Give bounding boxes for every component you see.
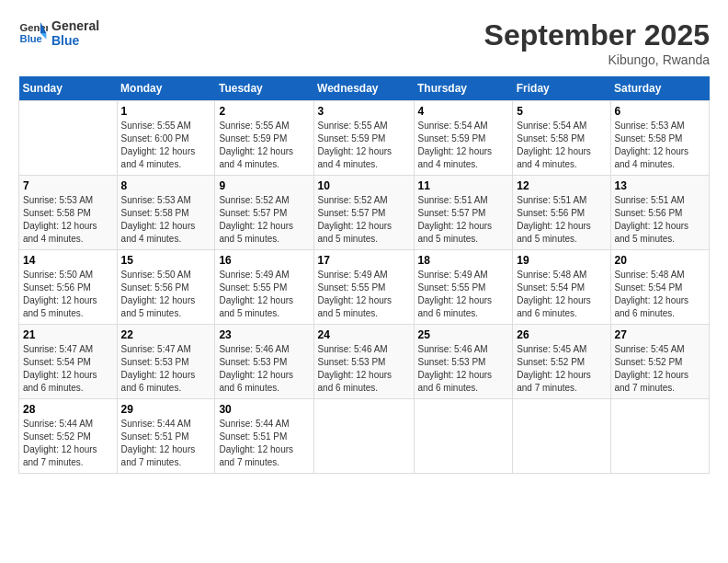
calendar-cell: 8Sunrise: 5:53 AM Sunset: 5:58 PM Daylig… — [117, 176, 215, 250]
month-title: September 2025 — [484, 18, 710, 52]
location: Kibungo, Rwanda — [484, 52, 710, 67]
calendar-cell: 25Sunrise: 5:46 AM Sunset: 5:53 PM Dayli… — [414, 325, 513, 399]
calendar-cell: 22Sunrise: 5:47 AM Sunset: 5:53 PM Dayli… — [117, 325, 215, 399]
day-info: Sunrise: 5:49 AM Sunset: 5:55 PM Dayligh… — [219, 269, 309, 320]
day-number: 8 — [121, 179, 211, 192]
calendar-cell: 10Sunrise: 5:52 AM Sunset: 5:57 PM Dayli… — [313, 176, 414, 250]
day-info: Sunrise: 5:48 AM Sunset: 5:54 PM Dayligh… — [517, 269, 606, 320]
calendar-cell: 30Sunrise: 5:44 AM Sunset: 5:51 PM Dayli… — [215, 399, 313, 474]
calendar-cell: 29Sunrise: 5:44 AM Sunset: 5:51 PM Dayli… — [117, 399, 215, 474]
day-info: Sunrise: 5:51 AM Sunset: 5:57 PM Dayligh… — [418, 194, 509, 246]
day-info: Sunrise: 5:53 AM Sunset: 5:58 PM Dayligh… — [615, 120, 706, 171]
day-number: 14 — [23, 254, 113, 267]
day-info: Sunrise: 5:46 AM Sunset: 5:53 PM Dayligh… — [219, 343, 309, 395]
day-header-tuesday: Tuesday — [215, 76, 313, 101]
day-info: Sunrise: 5:44 AM Sunset: 5:51 PM Dayligh… — [219, 418, 309, 469]
day-info: Sunrise: 5:55 AM Sunset: 5:59 PM Dayligh… — [219, 120, 309, 171]
calendar-cell: 7Sunrise: 5:53 AM Sunset: 5:58 PM Daylig… — [19, 176, 118, 250]
day-number: 11 — [418, 179, 509, 192]
header-row: SundayMondayTuesdayWednesdayThursdayFrid… — [19, 76, 710, 101]
day-info: Sunrise: 5:47 AM Sunset: 5:54 PM Dayligh… — [23, 343, 113, 395]
logo-line1: General — [51, 18, 99, 33]
calendar-week-3: 14Sunrise: 5:50 AM Sunset: 5:56 PM Dayli… — [19, 250, 710, 325]
day-number: 2 — [219, 105, 309, 118]
calendar-cell: 3Sunrise: 5:55 AM Sunset: 5:59 PM Daylig… — [313, 101, 414, 176]
calendar-cell: 20Sunrise: 5:48 AM Sunset: 5:54 PM Dayli… — [610, 250, 710, 325]
day-number: 22 — [121, 328, 211, 341]
calendar-week-2: 7Sunrise: 5:53 AM Sunset: 5:58 PM Daylig… — [19, 176, 710, 250]
day-header-monday: Monday — [117, 76, 215, 101]
calendar-cell: 13Sunrise: 5:51 AM Sunset: 5:56 PM Dayli… — [610, 176, 710, 250]
calendar-cell: 15Sunrise: 5:50 AM Sunset: 5:56 PM Dayli… — [117, 250, 215, 325]
day-number: 3 — [318, 105, 410, 118]
calendar-cell: 18Sunrise: 5:49 AM Sunset: 5:55 PM Dayli… — [414, 250, 513, 325]
day-info: Sunrise: 5:45 AM Sunset: 5:52 PM Dayligh… — [615, 343, 706, 395]
calendar-cell — [313, 399, 414, 474]
calendar-cell: 21Sunrise: 5:47 AM Sunset: 5:54 PM Dayli… — [19, 325, 118, 399]
day-number: 19 — [517, 254, 606, 267]
day-header-wednesday: Wednesday — [313, 76, 414, 101]
day-header-saturday: Saturday — [610, 76, 710, 101]
day-info: Sunrise: 5:53 AM Sunset: 5:58 PM Dayligh… — [23, 194, 113, 246]
day-info: Sunrise: 5:53 AM Sunset: 5:58 PM Dayligh… — [121, 194, 211, 246]
day-info: Sunrise: 5:44 AM Sunset: 5:52 PM Dayligh… — [23, 418, 113, 469]
calendar-week-1: 1Sunrise: 5:55 AM Sunset: 6:00 PM Daylig… — [19, 101, 710, 176]
day-number: 15 — [121, 254, 211, 267]
day-header-thursday: Thursday — [414, 76, 513, 101]
day-number: 12 — [517, 179, 606, 192]
day-info: Sunrise: 5:50 AM Sunset: 5:56 PM Dayligh… — [121, 269, 211, 320]
day-info: Sunrise: 5:46 AM Sunset: 5:53 PM Dayligh… — [318, 343, 410, 395]
calendar-cell: 27Sunrise: 5:45 AM Sunset: 5:52 PM Dayli… — [610, 325, 710, 399]
calendar-cell: 28Sunrise: 5:44 AM Sunset: 5:52 PM Dayli… — [19, 399, 118, 474]
day-info: Sunrise: 5:52 AM Sunset: 5:57 PM Dayligh… — [318, 194, 410, 246]
calendar-cell — [513, 399, 610, 474]
day-number: 25 — [418, 328, 509, 341]
calendar-cell: 26Sunrise: 5:45 AM Sunset: 5:52 PM Dayli… — [513, 325, 610, 399]
day-info: Sunrise: 5:44 AM Sunset: 5:51 PM Dayligh… — [121, 418, 211, 469]
day-number: 27 — [615, 328, 706, 341]
day-number: 10 — [318, 179, 410, 192]
calendar-table: SundayMondayTuesdayWednesdayThursdayFrid… — [18, 76, 710, 474]
day-info: Sunrise: 5:51 AM Sunset: 5:56 PM Dayligh… — [615, 194, 706, 246]
calendar-cell — [19, 101, 118, 176]
day-number: 21 — [23, 328, 113, 341]
day-number: 5 — [517, 105, 606, 118]
calendar-cell: 16Sunrise: 5:49 AM Sunset: 5:55 PM Dayli… — [215, 250, 313, 325]
svg-text:Blue: Blue — [20, 33, 42, 44]
day-info: Sunrise: 5:54 AM Sunset: 5:58 PM Dayligh… — [517, 120, 606, 171]
day-info: Sunrise: 5:48 AM Sunset: 5:54 PM Dayligh… — [615, 269, 706, 320]
day-number: 28 — [23, 403, 113, 416]
day-number: 17 — [318, 254, 410, 267]
logo-line2: Blue — [51, 33, 99, 48]
day-header-sunday: Sunday — [19, 76, 118, 101]
calendar-cell: 12Sunrise: 5:51 AM Sunset: 5:56 PM Dayli… — [513, 176, 610, 250]
day-number: 6 — [615, 105, 706, 118]
day-number: 7 — [23, 179, 113, 192]
calendar-cell — [610, 399, 710, 474]
day-info: Sunrise: 5:46 AM Sunset: 5:53 PM Dayligh… — [418, 343, 509, 395]
day-number: 9 — [219, 179, 309, 192]
calendar-cell: 4Sunrise: 5:54 AM Sunset: 5:59 PM Daylig… — [414, 101, 513, 176]
calendar-cell: 2Sunrise: 5:55 AM Sunset: 5:59 PM Daylig… — [215, 101, 313, 176]
calendar-cell: 6Sunrise: 5:53 AM Sunset: 5:58 PM Daylig… — [610, 101, 710, 176]
day-number: 29 — [121, 403, 211, 416]
calendar-cell: 9Sunrise: 5:52 AM Sunset: 5:57 PM Daylig… — [215, 176, 313, 250]
day-info: Sunrise: 5:45 AM Sunset: 5:52 PM Dayligh… — [517, 343, 606, 395]
day-number: 18 — [418, 254, 509, 267]
day-info: Sunrise: 5:54 AM Sunset: 5:59 PM Dayligh… — [418, 120, 509, 171]
day-info: Sunrise: 5:55 AM Sunset: 6:00 PM Dayligh… — [121, 120, 211, 171]
day-info: Sunrise: 5:47 AM Sunset: 5:53 PM Dayligh… — [121, 343, 211, 395]
day-header-friday: Friday — [513, 76, 610, 101]
day-info: Sunrise: 5:51 AM Sunset: 5:56 PM Dayligh… — [517, 194, 606, 246]
day-number: 1 — [121, 105, 211, 118]
day-number: 30 — [219, 403, 309, 416]
logo: General Blue General Blue — [18, 18, 99, 48]
calendar-cell — [414, 399, 513, 474]
calendar-cell: 23Sunrise: 5:46 AM Sunset: 5:53 PM Dayli… — [215, 325, 313, 399]
calendar-cell: 5Sunrise: 5:54 AM Sunset: 5:58 PM Daylig… — [513, 101, 610, 176]
calendar-cell: 24Sunrise: 5:46 AM Sunset: 5:53 PM Dayli… — [313, 325, 414, 399]
day-number: 26 — [517, 328, 606, 341]
day-info: Sunrise: 5:52 AM Sunset: 5:57 PM Dayligh… — [219, 194, 309, 246]
day-info: Sunrise: 5:49 AM Sunset: 5:55 PM Dayligh… — [418, 269, 509, 320]
calendar-week-5: 28Sunrise: 5:44 AM Sunset: 5:52 PM Dayli… — [19, 399, 710, 474]
